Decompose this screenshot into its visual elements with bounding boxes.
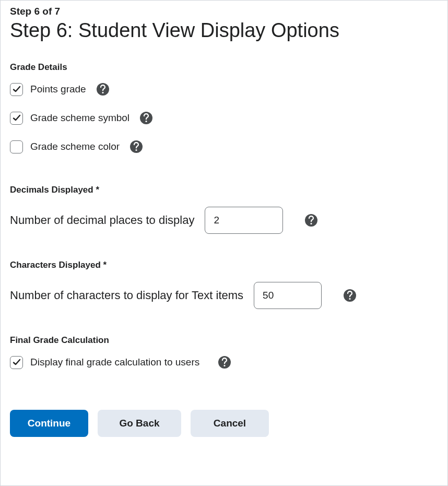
svg-point-3 (311, 222, 312, 224)
go-back-button[interactable]: Go Back (98, 410, 181, 437)
checkbox-row-points-grade: Points grade (10, 83, 438, 96)
characters-input[interactable] (254, 282, 322, 309)
help-icon[interactable] (344, 289, 356, 302)
checkbox-label: Display final grade calculation to users (30, 357, 199, 368)
section-heading-characters: Characters Displayed * (10, 260, 438, 270)
svg-point-0 (102, 92, 103, 93)
checkbox-row-final-grade: Display final grade calculation to users (10, 356, 438, 369)
checkbox-scheme-color[interactable] (10, 140, 23, 153)
characters-label: Number of characters to display for Text… (10, 289, 243, 302)
svg-point-1 (145, 121, 147, 122)
cancel-button[interactable]: Cancel (191, 410, 269, 437)
decimals-label: Number of decimal places to display (10, 214, 194, 227)
characters-field-row: Number of characters to display for Text… (10, 282, 438, 309)
svg-point-2 (135, 149, 137, 151)
step-indicator: Step 6 of 7 (10, 6, 438, 17)
checkbox-final-grade[interactable] (10, 356, 23, 369)
decimals-field-row: Number of decimal places to display (10, 207, 438, 234)
button-row: Continue Go Back Cancel (10, 410, 438, 437)
checkbox-points-grade[interactable] (10, 83, 23, 96)
section-heading-grade-details: Grade Details (10, 62, 438, 73)
help-icon[interactable] (305, 214, 317, 227)
help-icon[interactable] (218, 356, 231, 369)
checkbox-row-scheme-color: Grade scheme color (10, 140, 438, 153)
checkbox-scheme-symbol[interactable] (10, 112, 23, 125)
checkbox-label: Grade scheme symbol (30, 112, 129, 124)
checkbox-row-scheme-symbol: Grade scheme symbol (10, 112, 438, 125)
checkbox-label: Grade scheme color (30, 141, 120, 152)
svg-point-4 (349, 298, 351, 299)
svg-point-5 (224, 365, 226, 366)
help-icon[interactable] (97, 83, 109, 96)
page-title: Step 6: Student View Display Options (10, 18, 438, 43)
checkbox-label: Points grade (30, 84, 86, 95)
continue-button[interactable]: Continue (10, 410, 88, 437)
wizard-panel: Step 6 of 7 Step 6: Student View Display… (0, 0, 448, 486)
section-heading-final-grade: Final Grade Calculation (10, 335, 438, 346)
grade-details-list: Points grade Grade scheme symbol Grade s… (10, 83, 438, 153)
decimals-input[interactable] (205, 207, 283, 234)
help-icon[interactable] (130, 140, 143, 153)
section-heading-decimals: Decimals Displayed * (10, 185, 438, 195)
help-icon[interactable] (140, 112, 152, 124)
